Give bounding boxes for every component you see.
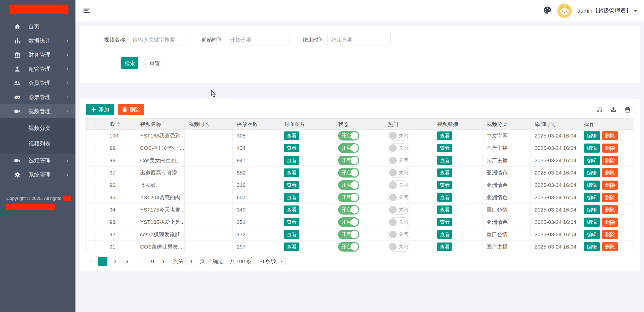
status-toggle-on[interactable]: 开启 bbox=[338, 193, 359, 202]
hot-toggle-off[interactable]: 关闭 bbox=[388, 156, 410, 165]
goto-confirm-button[interactable]: 确定 bbox=[210, 257, 225, 266]
view-cover-button[interactable]: 查看 bbox=[284, 218, 299, 226]
sidebar-item-lottery[interactable]: 彩票管理 › bbox=[0, 90, 75, 104]
row-delete-button[interactable]: 删除 bbox=[602, 156, 618, 165]
status-toggle-on[interactable]: 开启 bbox=[338, 242, 359, 252]
add-button[interactable]: 添加 bbox=[86, 104, 114, 115]
view-link-button[interactable]: 查看 bbox=[437, 242, 452, 251]
hot-toggle-off[interactable]: 关闭 bbox=[388, 217, 410, 227]
status-toggle-on[interactable]: 开启 bbox=[338, 156, 359, 165]
view-cover-button[interactable]: 查看 bbox=[284, 230, 299, 239]
row-checkbox[interactable] bbox=[96, 132, 96, 139]
hot-toggle-off[interactable]: 关闭 bbox=[388, 230, 410, 239]
view-link-button[interactable]: 查看 bbox=[437, 156, 452, 165]
sidebar-item-finance[interactable]: 财务管理 › bbox=[0, 48, 75, 62]
page-button-3[interactable]: 3 bbox=[123, 257, 132, 266]
page-button-1[interactable]: 1 bbox=[98, 257, 107, 266]
view-link-button[interactable]: 查看 bbox=[437, 218, 452, 226]
hamburger-menu-icon[interactable] bbox=[83, 7, 92, 15]
edit-button[interactable]: 编辑 bbox=[584, 193, 600, 202]
start-date-input[interactable] bbox=[226, 34, 290, 46]
sidebar-item-video-list[interactable]: 视频列表 bbox=[0, 136, 75, 152]
sidebar-item-xuanfei[interactable]: 选妃管理 › bbox=[0, 154, 75, 168]
view-cover-button[interactable]: 查看 bbox=[284, 242, 299, 251]
print-button[interactable] bbox=[622, 104, 633, 115]
row-checkbox[interactable] bbox=[96, 169, 96, 176]
hot-toggle-off[interactable]: 关闭 bbox=[388, 205, 410, 215]
sidebar-item-video-category[interactable]: 视频分类 bbox=[0, 120, 75, 136]
status-toggle-on[interactable]: 开启 bbox=[338, 143, 359, 153]
theme-palette-icon[interactable] bbox=[543, 6, 552, 16]
sidebar-item-members[interactable]: 会员管理 › bbox=[0, 76, 75, 90]
edit-button[interactable]: 编辑 bbox=[584, 168, 600, 177]
video-name-input[interactable] bbox=[129, 34, 188, 46]
row-checkbox[interactable] bbox=[96, 157, 96, 163]
row-checkbox[interactable] bbox=[96, 231, 96, 237]
status-toggle-on[interactable]: 开启 bbox=[338, 131, 359, 141]
sidebar-item-home[interactable]: 首页 bbox=[0, 20, 75, 34]
view-cover-button[interactable]: 查看 bbox=[284, 193, 299, 202]
row-checkbox[interactable] bbox=[96, 182, 96, 188]
row-checkbox[interactable] bbox=[96, 219, 96, 225]
edit-button[interactable]: 编辑 bbox=[584, 242, 600, 251]
hot-toggle-off[interactable]: 关闭 bbox=[388, 193, 410, 202]
per-page-select[interactable]: 10 条/页 bbox=[255, 257, 286, 266]
prev-page-button[interactable]: ‹ bbox=[86, 257, 95, 266]
sidebar-item-stats[interactable]: 数据统计 › bbox=[0, 34, 75, 48]
avatar[interactable] bbox=[557, 4, 572, 18]
view-link-button[interactable]: 查看 bbox=[437, 230, 452, 239]
view-link-button[interactable]: 查看 bbox=[437, 131, 452, 140]
view-link-button[interactable]: 查看 bbox=[437, 193, 452, 202]
search-button[interactable]: 检索 bbox=[121, 57, 138, 69]
row-delete-button[interactable]: 删除 bbox=[602, 144, 618, 153]
edit-button[interactable]: 编辑 bbox=[584, 156, 600, 165]
edit-button[interactable]: 编辑 bbox=[584, 131, 600, 140]
row-delete-button[interactable]: 删除 bbox=[602, 168, 618, 177]
view-link-button[interactable]: 查看 bbox=[437, 168, 452, 177]
reset-button[interactable]: 重置 bbox=[145, 57, 164, 69]
sort-icon[interactable] bbox=[117, 122, 120, 126]
row-delete-button[interactable]: 删除 bbox=[602, 230, 618, 239]
status-toggle-on[interactable]: 开启 bbox=[338, 230, 359, 239]
row-checkbox[interactable] bbox=[96, 206, 96, 213]
end-date-input[interactable] bbox=[327, 34, 391, 46]
row-checkbox[interactable] bbox=[96, 244, 96, 250]
row-delete-button[interactable]: 删除 bbox=[602, 242, 618, 251]
page-button-10[interactable]: 10 bbox=[147, 257, 156, 266]
view-cover-button[interactable]: 查看 bbox=[284, 181, 299, 189]
view-link-button[interactable]: 查看 bbox=[437, 181, 452, 189]
view-link-button[interactable]: 查看 bbox=[437, 205, 452, 214]
edit-button[interactable]: 编辑 bbox=[584, 218, 600, 227]
row-delete-button[interactable]: 删除 bbox=[602, 218, 618, 227]
view-cover-button[interactable]: 查看 bbox=[284, 131, 299, 140]
edit-button[interactable]: 编辑 bbox=[584, 181, 600, 190]
next-page-button[interactable]: › bbox=[159, 257, 168, 266]
status-toggle-on[interactable]: 开启 bbox=[338, 180, 359, 190]
sidebar-item-video[interactable]: 视频管理 › bbox=[0, 104, 75, 118]
status-toggle-on[interactable]: 开启 bbox=[338, 217, 359, 227]
goto-page-input[interactable] bbox=[185, 257, 197, 266]
user-menu[interactable]: admin【超级管理员】 bbox=[577, 7, 637, 15]
edit-button[interactable]: 编辑 bbox=[584, 144, 600, 153]
hot-toggle-off[interactable]: 关闭 bbox=[388, 143, 410, 153]
hot-toggle-off[interactable]: 关闭 bbox=[388, 242, 410, 252]
view-cover-button[interactable]: 查看 bbox=[284, 156, 299, 165]
page-button-2[interactable]: 2 bbox=[110, 257, 119, 266]
filter-columns-button[interactable] bbox=[594, 104, 605, 115]
row-checkbox[interactable] bbox=[96, 194, 96, 200]
edit-button[interactable]: 编辑 bbox=[584, 230, 600, 239]
row-delete-button[interactable]: 删除 bbox=[602, 181, 618, 190]
row-delete-button[interactable]: 删除 bbox=[602, 205, 618, 214]
edit-button[interactable]: 编辑 bbox=[584, 205, 600, 214]
view-cover-button[interactable]: 查看 bbox=[284, 205, 299, 214]
view-cover-button[interactable]: 查看 bbox=[284, 168, 299, 177]
row-delete-button[interactable]: 删除 bbox=[602, 193, 618, 202]
status-toggle-on[interactable]: 开启 bbox=[338, 168, 359, 178]
hot-toggle-off[interactable]: 关闭 bbox=[388, 180, 410, 190]
view-link-button[interactable]: 查看 bbox=[437, 144, 452, 152]
hot-toggle-off[interactable]: 关闭 bbox=[388, 131, 410, 141]
status-toggle-on[interactable]: 开启 bbox=[338, 205, 359, 215]
select-all-checkbox[interactable] bbox=[96, 121, 96, 127]
sidebar-item-superadmin[interactable]: 超管管理 › bbox=[0, 62, 75, 76]
view-cover-button[interactable]: 查看 bbox=[284, 144, 299, 152]
